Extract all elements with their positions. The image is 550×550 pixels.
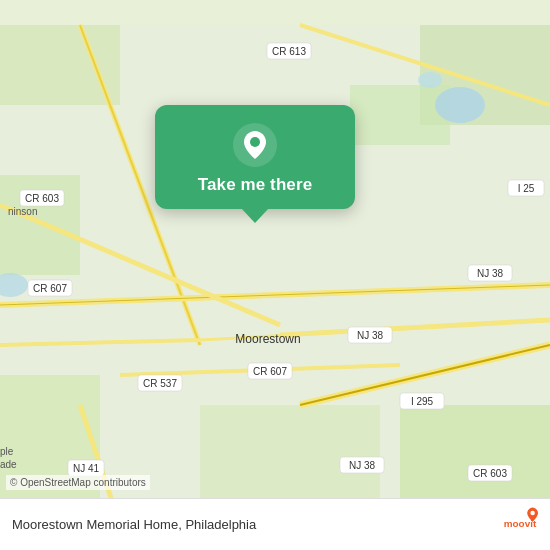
svg-point-53	[250, 137, 260, 147]
svg-rect-1	[0, 25, 120, 105]
take-me-there-button[interactable]: Take me there	[198, 175, 312, 195]
svg-text:CR 607: CR 607	[33, 283, 67, 294]
svg-text:ple: ple	[0, 446, 14, 457]
svg-point-9	[418, 72, 442, 88]
svg-rect-3	[350, 85, 450, 145]
location-label: Moorestown Memorial Home, Philadelphia	[12, 517, 256, 532]
svg-text:CR 613: CR 613	[272, 46, 306, 57]
svg-text:ade: ade	[0, 459, 17, 470]
svg-text:I 25: I 25	[518, 183, 535, 194]
moovit-logo: moovit	[502, 504, 538, 540]
moovit-logo-icon: moovit	[502, 504, 538, 540]
popup-card[interactable]: Take me there	[155, 105, 355, 209]
svg-text:CR 607: CR 607	[253, 366, 287, 377]
svg-text:ninson: ninson	[8, 206, 37, 217]
svg-point-55	[530, 511, 535, 516]
svg-text:CR 603: CR 603	[25, 193, 59, 204]
bottom-bar: Moorestown Memorial Home, Philadelphia m…	[0, 498, 550, 550]
svg-text:NJ 41: NJ 41	[73, 463, 100, 474]
svg-text:NJ 38: NJ 38	[349, 460, 376, 471]
svg-text:NJ 38: NJ 38	[477, 268, 504, 279]
copyright-text: © OpenStreetMap contributors	[6, 475, 150, 490]
svg-text:CR 537: CR 537	[143, 378, 177, 389]
map-container: CR 613 CR 603 CR 607 CR 607 CR 537 NJ 38…	[0, 0, 550, 550]
svg-text:CR 603: CR 603	[473, 468, 507, 479]
svg-text:I 295: I 295	[411, 396, 434, 407]
svg-point-8	[435, 87, 485, 123]
svg-text:NJ 38: NJ 38	[357, 330, 384, 341]
map-background: CR 613 CR 603 CR 607 CR 607 CR 537 NJ 38…	[0, 0, 550, 550]
svg-text:Moorestown: Moorestown	[235, 332, 300, 346]
location-pin-icon	[233, 123, 277, 167]
